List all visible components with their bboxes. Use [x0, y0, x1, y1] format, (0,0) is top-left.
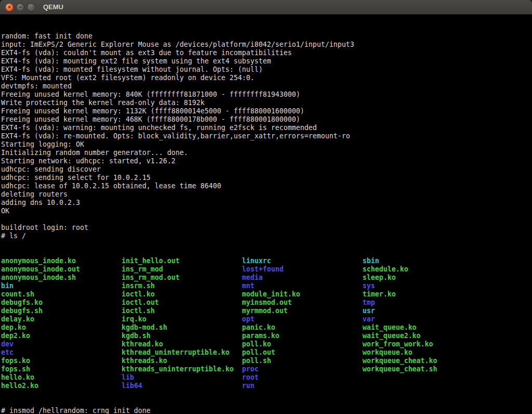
fs-entry: anonymous_inode.ko — [1, 257, 122, 265]
console-line — [1, 215, 532, 224]
fs-entry: run — [242, 382, 363, 390]
maximize-button[interactable]: □ — [27, 3, 35, 11]
console-line: deleting routers — [1, 190, 532, 199]
minimize-icon: – — [19, 5, 22, 10]
fs-entry: kgdb.sh — [122, 332, 242, 340]
minimize-button[interactable]: – — [16, 3, 24, 11]
fs-entry: kthread_uninterruptible.ko — [122, 348, 242, 356]
console-line: # ls / — [1, 232, 532, 240]
console-line: Starting logging: OK — [1, 140, 532, 149]
console-line: buildroot login: root — [1, 224, 532, 232]
close-icon: × — [8, 5, 11, 10]
fs-entry: timer.ko — [363, 290, 396, 298]
file-listing: anonymous_inode.ko init_hello.out linuxr… — [1, 257, 532, 390]
fs-entry: lost+found — [242, 265, 363, 273]
console-line: random: fast init done — [1, 32, 532, 41]
console-line: anonymous_inode.out ins_rm_mod lost+foun… — [1, 265, 532, 274]
console-line: # insmod /hellrandom: crng init done — [1, 407, 532, 414]
console-line: dev kthread.ko poll.ko work_from_work.ko — [1, 340, 532, 348]
fs-entry: root — [242, 373, 363, 381]
fs-entry: work_from_work.ko — [363, 340, 433, 348]
fs-entry: count.sh — [1, 290, 122, 298]
console-line: EXT4-fs (vda): warning: mounting uncheck… — [1, 124, 532, 132]
fs-entry: ioctl.out — [122, 299, 242, 306]
fs-entry: hello2.ko — [1, 382, 122, 390]
fs-entry: myinsmod.out — [242, 299, 363, 306]
fs-entry: poll.ko — [242, 340, 363, 348]
console-line: adding dns 10.0.2.3 — [1, 199, 532, 207]
boot-log: random: fast init doneinput: ImExPS/2 Ge… — [1, 32, 532, 240]
shell-output: # insmod /hellrandom: crng init done# in… — [1, 407, 532, 414]
console-line: delay.ko irq.ko opt var — [1, 315, 532, 324]
fs-entry: mnt — [242, 282, 363, 290]
fs-entry: kthread.ko — [122, 340, 242, 348]
fs-entry: dep.ko — [1, 324, 122, 331]
console-line: Starting network: udhcpc: started, v1.26… — [1, 157, 532, 165]
fs-entry: etc — [1, 348, 122, 356]
fs-entry: workqueue_cheat.sh — [363, 365, 437, 373]
console-line: count.sh ioctl.ko module_init.ko timer.k… — [1, 290, 532, 299]
fs-entry: tmp — [363, 299, 375, 306]
fs-entry: module_init.ko — [242, 290, 363, 298]
console-line: Freeing unused kernel memory: 468K (ffff… — [1, 115, 532, 124]
console-line: etc kthread_uninterruptible.ko poll.out … — [1, 348, 532, 357]
fs-entry: dev — [1, 340, 122, 348]
console-line: udhcpc: sending select for 10.0.2.15 — [1, 174, 532, 182]
window-title: QEMU — [43, 3, 63, 11]
fs-entry: poll.sh — [242, 357, 363, 365]
qemu-window: × – □ QEMU random: fast init doneinput: … — [0, 0, 532, 414]
fs-entry: debugfs.ko — [1, 299, 122, 306]
fs-entry: ioctl.ko — [122, 290, 242, 298]
terminal-screen[interactable]: random: fast init doneinput: ImExPS/2 Ge… — [0, 15, 532, 414]
console-line: hello.ko lib root — [1, 373, 532, 382]
titlebar[interactable]: × – □ QEMU — [0, 0, 532, 15]
fs-entry: poll.out — [242, 348, 363, 356]
fs-entry: dep2.ko — [1, 332, 122, 340]
fs-entry: sbin — [363, 257, 379, 265]
console-line: udhcpc: lease of 10.0.2.15 obtained, lea… — [1, 182, 532, 190]
fs-entry: media — [242, 274, 363, 281]
fs-entry: bin — [1, 282, 122, 290]
fs-entry: ioctl.sh — [122, 307, 242, 315]
fs-entry: irq.ko — [122, 315, 242, 323]
fs-entry: wait_queue2.ko — [363, 332, 421, 340]
console-line: devtmpfs: mounted — [1, 82, 532, 90]
fs-entry: delay.ko — [1, 315, 122, 323]
fs-entry: schedule.ko — [363, 265, 408, 273]
close-button[interactable]: × — [5, 3, 14, 11]
fs-entry: panic.ko — [242, 324, 363, 331]
fs-entry: sleep.ko — [363, 274, 396, 281]
console-line: Freeing unused kernel memory: 840K (ffff… — [1, 90, 532, 99]
console-line: dep2.ko kgdb.sh params.ko wait_queue2.ko — [1, 332, 532, 340]
console-line: bin insrm.sh mnt sys — [1, 282, 532, 290]
console-line: EXT4-fs (vda): mounted filesystem withou… — [1, 66, 532, 74]
console-line: VFS: Mounted root (ext2 filesystem) read… — [1, 74, 532, 82]
fs-entry: kthreads_uninterruptible.ko — [122, 365, 242, 373]
console-line: dep.ko kgdb-mod.sh panic.ko wait_queue.k… — [1, 324, 532, 332]
fs-entry: ins_rm_mod — [122, 265, 242, 273]
fs-entry: usr — [363, 307, 375, 315]
fs-entry: workqueue.ko — [363, 348, 413, 356]
console-line: anonymous_inode.ko init_hello.out linuxr… — [1, 257, 532, 265]
console-line: Initializing random number generator... … — [1, 149, 532, 157]
fs-entry: anonymous_inode.out — [1, 265, 122, 273]
console-line: Freeing unused kernel memory: 1132K (fff… — [1, 107, 532, 115]
fs-entry: opt — [242, 315, 363, 323]
fs-entry: workqueue_cheat.ko — [363, 357, 437, 365]
console-line: udhcpc: sending discover — [1, 165, 532, 174]
fs-entry: lib — [122, 373, 242, 381]
fs-entry: params.ko — [242, 332, 363, 340]
fs-entry: debugfs.sh — [1, 307, 122, 315]
console-line: EXT4-fs (vda): mounting ext2 file system… — [1, 57, 532, 66]
fs-entry: linuxrc — [242, 257, 363, 265]
fs-entry: kgdb-mod.sh — [122, 324, 242, 331]
fs-entry: wait_queue.ko — [363, 324, 417, 331]
console-line: EXT4-fs (vda): couldn't mount as ext3 du… — [1, 49, 532, 57]
console-line: Write protecting the kernel read-only da… — [1, 99, 532, 107]
console-line: debugfs.ko ioctl.out myinsmod.out tmp — [1, 299, 532, 307]
fs-entry: sys — [363, 282, 375, 290]
console-line: EXT4-fs (vda): re-mounted. Opts: block_v… — [1, 132, 532, 140]
console-line: debugfs.sh ioctl.sh myrmmod.out usr — [1, 307, 532, 315]
fs-entry: anonymous_inode.sh — [1, 274, 122, 281]
fs-entry: var — [363, 315, 375, 323]
